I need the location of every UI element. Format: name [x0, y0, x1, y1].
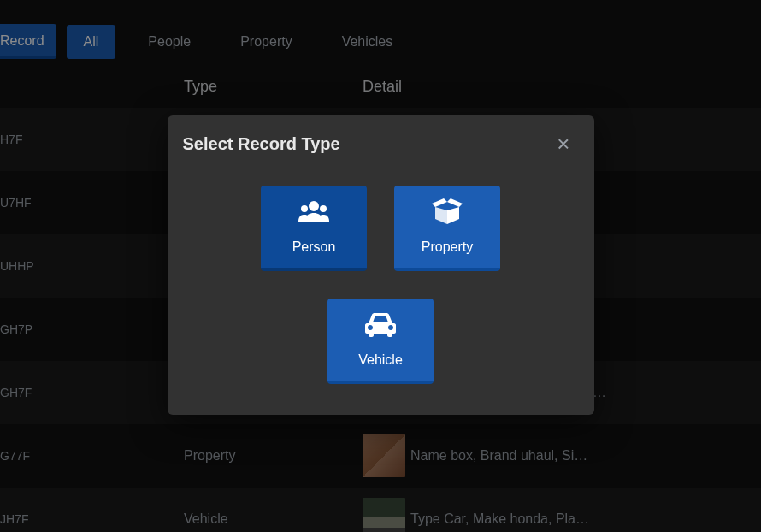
close-button[interactable]: ×: [553, 133, 573, 155]
close-icon: ×: [557, 131, 569, 157]
type-card-label: Person: [292, 239, 336, 255]
person-type-card[interactable]: Person: [261, 186, 367, 271]
users-icon: [297, 198, 331, 228]
svg-point-0: [309, 201, 319, 211]
box-open-icon: [430, 198, 464, 228]
select-record-type-modal: Select Record Type × Person: [168, 115, 594, 415]
modal-title: Select Record Type: [183, 134, 340, 154]
modal-backdrop[interactable]: Select Record Type × Person: [0, 0, 761, 532]
vehicle-type-card[interactable]: Vehicle: [327, 299, 434, 384]
modal-header: Select Record Type ×: [168, 115, 594, 170]
type-card-label: Property: [422, 239, 473, 255]
property-type-card[interactable]: Property: [394, 186, 500, 271]
svg-point-2: [320, 205, 327, 212]
car-icon: [363, 311, 398, 340]
type-card-label: Vehicle: [358, 352, 403, 368]
modal-body: Person Property: [168, 170, 594, 415]
svg-point-1: [301, 205, 308, 212]
